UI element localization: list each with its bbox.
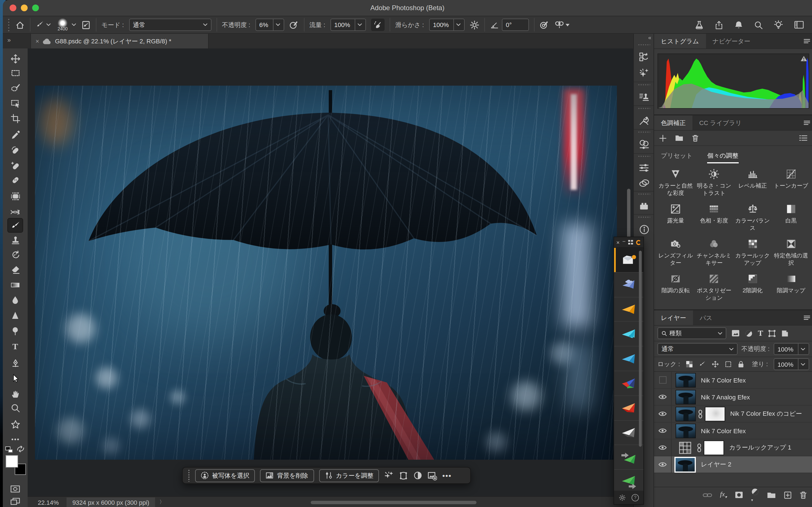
adj-gradient-map[interactable]: 階調マップ: [772, 274, 811, 301]
bell-icon[interactable]: [734, 20, 743, 30]
zoom-level[interactable]: 22.14%: [38, 499, 59, 506]
adj-hue-saturation[interactable]: 色相・彩度: [695, 204, 733, 231]
subtab-individual[interactable]: 個々の調整: [707, 152, 739, 163]
adj-color-vibrance[interactable]: カラーと自然な彩度: [656, 169, 695, 196]
adj-curves[interactable]: トーンカーブ: [772, 169, 811, 196]
layer-row-selected[interactable]: レイヤー 2: [654, 456, 812, 473]
close-tab-icon[interactable]: ×: [36, 38, 39, 45]
delete-icon[interactable]: [800, 491, 807, 499]
lock-artboard-icon[interactable]: [725, 360, 732, 368]
mask-icon[interactable]: [735, 491, 743, 499]
adj-invert[interactable]: 階調の反転: [656, 274, 695, 301]
brush-size-picker[interactable]: 2400: [56, 18, 76, 32]
tool-healing-brush[interactable]: [8, 173, 22, 186]
fill-input[interactable]: 100%: [774, 358, 809, 370]
document-tab[interactable]: × G88.psdc @ 22.1% (レイヤー 2, RGB/8) *: [31, 34, 209, 48]
lock-transparency-icon[interactable]: [686, 360, 693, 368]
default-colors-icon[interactable]: [5, 446, 13, 454]
panel-menu-icon[interactable]: [804, 38, 810, 44]
tool-spot-healing[interactable]: [8, 159, 22, 172]
tool-marquee[interactable]: [8, 66, 22, 79]
visibility-toggle[interactable]: [654, 456, 672, 473]
tab-navigator[interactable]: ナビゲーター: [706, 34, 757, 48]
add-icon[interactable]: [659, 134, 666, 142]
tool-blur[interactable]: [8, 293, 22, 306]
warning-icon[interactable]: [800, 55, 808, 62]
tab-overflow-chevrons[interactable]: »: [7, 37, 11, 43]
taskbar-grip[interactable]: [188, 469, 190, 482]
tab-layers[interactable]: レイヤー: [654, 311, 693, 325]
tab-histogram[interactable]: ヒストグラム: [654, 34, 706, 48]
layer-thumbnail[interactable]: [675, 373, 696, 387]
pressure-opacity-icon[interactable]: [289, 20, 299, 30]
lut-layer-icon[interactable]: [678, 441, 692, 454]
adj-levels[interactable]: レベル補正: [733, 169, 772, 196]
airbrush-toggle[interactable]: [371, 18, 385, 31]
mask-link-icon[interactable]: [696, 443, 702, 452]
sparkle-icon[interactable]: [384, 471, 394, 480]
visibility-toggle[interactable]: [654, 406, 672, 422]
gear-icon[interactable]: [619, 494, 626, 501]
canvas-horizontal-scrollbar[interactable]: [311, 501, 476, 504]
adj-threshold[interactable]: 2階調化: [733, 274, 772, 301]
link-icon[interactable]: [703, 492, 712, 498]
add-image-icon[interactable]: [428, 471, 437, 480]
tool-star[interactable]: [8, 417, 22, 431]
layer-row[interactable]: Nik 7 Color Efex: [654, 372, 812, 389]
tool-clone-stamp[interactable]: [8, 233, 22, 247]
lock-all-icon[interactable]: [738, 360, 744, 368]
tool-content-aware-move[interactable]: [8, 205, 22, 219]
actions-icon[interactable]: [639, 92, 649, 102]
help-icon[interactable]: ?: [631, 494, 639, 501]
blend-mode-select[interactable]: 通常: [129, 18, 211, 31]
mask-link-icon[interactable]: [698, 409, 703, 418]
adjustment-icon[interactable]: ▾: [751, 488, 759, 502]
subtab-presets[interactable]: プリセット: [661, 152, 693, 163]
tab-cc-libraries[interactable]: CC ライブラリ: [693, 115, 748, 130]
zoom-window-button[interactable]: [32, 4, 39, 11]
symmetry-icon[interactable]: [554, 20, 569, 30]
adj-brightness-contrast[interactable]: 明るさ・コントラスト: [695, 169, 733, 196]
canvas-area[interactable]: [28, 48, 633, 496]
folder-icon[interactable]: [675, 135, 683, 142]
quick-mask-button[interactable]: [8, 482, 22, 496]
tool-hand[interactable]: [8, 387, 22, 400]
doc-info[interactable]: 9324 px x 6000 px (300 ppi): [67, 497, 155, 507]
close-icon[interactable]: ×: [616, 239, 620, 245]
toggle-brush-panel-icon[interactable]: [81, 20, 91, 30]
tool-eyedropper[interactable]: [8, 128, 22, 142]
type-filter-icon[interactable]: T: [758, 329, 763, 338]
smoothing-input[interactable]: 100%: [429, 18, 465, 31]
share-icon[interactable]: [714, 20, 723, 30]
layer-thumbnail[interactable]: [674, 457, 696, 472]
tool-selection-brush[interactable]: [8, 80, 22, 94]
lock-paint-icon[interactable]: [699, 360, 706, 368]
remove-background-button[interactable]: 背景を削除: [260, 469, 314, 482]
close-window-button[interactable]: [10, 4, 16, 11]
tool-patch[interactable]: [8, 189, 22, 203]
screen-mode-button[interactable]: [8, 495, 22, 507]
trash-icon[interactable]: [692, 134, 699, 142]
nik-scrollbar[interactable]: [639, 251, 642, 447]
new-layer-icon[interactable]: [784, 491, 792, 499]
tool-history-brush[interactable]: [8, 248, 22, 262]
adjustment-filter-icon[interactable]: [745, 329, 753, 337]
layer-thumbnail[interactable]: [675, 406, 696, 421]
shape-filter-icon[interactable]: [768, 329, 776, 337]
search-icon[interactable]: [754, 20, 763, 30]
layer-mask-thumbnail[interactable]: [704, 440, 724, 455]
adj-channel-mixer[interactable]: チャンネルミキサー: [695, 239, 733, 267]
layer-row[interactable]: Nik 7 Analog Efex: [654, 389, 812, 406]
nik-item-presharpener[interactable]: [614, 445, 644, 470]
adj-photo-filter[interactable]: レンズフィルター: [656, 239, 695, 267]
tool-crop[interactable]: [8, 112, 22, 125]
visibility-toggle[interactable]: [654, 372, 672, 388]
status-chevron-icon[interactable]: 〉: [159, 499, 164, 506]
transform-icon[interactable]: [399, 471, 409, 480]
lock-move-icon[interactable]: [712, 360, 719, 368]
tool-brush[interactable]: [8, 219, 22, 232]
angle-input[interactable]: 0°: [502, 18, 529, 31]
layer-opacity-input[interactable]: 100%: [774, 343, 809, 355]
fx-icon[interactable]: fx▾: [720, 490, 727, 500]
grid-view-icon[interactable]: [628, 240, 633, 244]
